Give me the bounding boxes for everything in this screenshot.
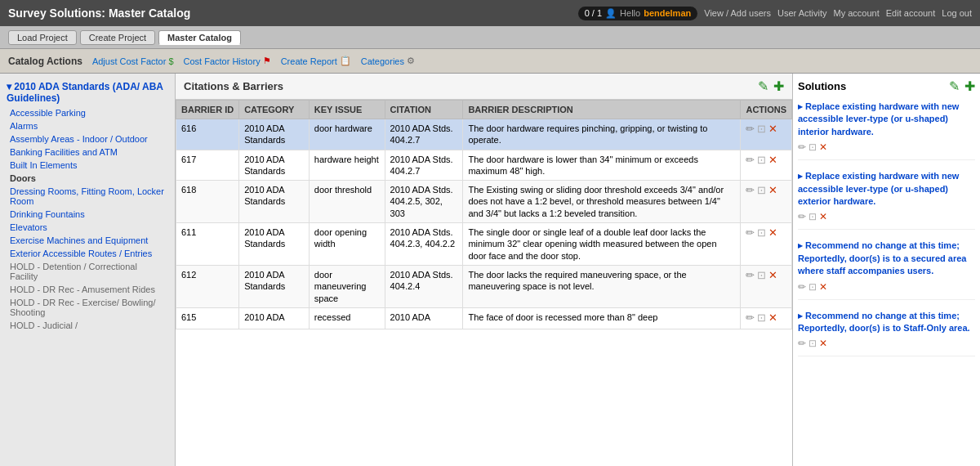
cell-category: 2010 ADA Standards	[239, 150, 310, 181]
sidebar-item-elevators[interactable]: Elevators	[0, 221, 175, 234]
create-report-action[interactable]: Create Report 📋	[281, 56, 351, 66]
sidebar-item-hold-bowling: HOLD - DR Rec - Exercise/ Bowling/ Shoot…	[0, 296, 175, 319]
content-area: Citations & Barriers ✎ ✚ BARRIER ID CATE…	[176, 74, 792, 466]
delete-icon[interactable]: ✕	[768, 154, 777, 168]
sidebar-item-assembly-areas[interactable]: Assembly Areas - Indoor / Outdoor	[0, 132, 175, 146]
solutions-header: Solutions ✎ ✚	[798, 78, 975, 94]
sidebar-item-drinking[interactable]: Drinking Fountains	[0, 208, 175, 221]
table-row: 617 2010 ADA Standards hardware height 2…	[176, 150, 792, 181]
copy-icon[interactable]: ⊡	[757, 184, 766, 198]
solution-text[interactable]: ▸ Recommend no change at this time; Repo…	[798, 310, 975, 335]
sidebar-item-banking[interactable]: Banking Facilities and ATM	[0, 146, 175, 159]
categories-action[interactable]: Categories ⚙	[361, 56, 415, 66]
cell-description: The door hardware is lower than 34" mini…	[463, 150, 741, 181]
solution-text[interactable]: ▸ Replace existing hardware with new acc…	[798, 170, 975, 208]
copy-icon[interactable]: ⊡	[757, 226, 766, 240]
username: bendelman	[644, 8, 691, 18]
copy-icon[interactable]: ⊡	[757, 311, 766, 325]
adjust-cost-factor-action[interactable]: Adjust Cost Factor $	[92, 56, 174, 66]
solution-delete-icon[interactable]: ✕	[819, 281, 827, 293]
solutions-panel: Solutions ✎ ✚ ▸ Replace existing hardwar…	[792, 74, 980, 466]
gear-icon: ⚙	[407, 56, 415, 66]
cell-description: The single door or single leaf of a doub…	[463, 223, 741, 266]
table-row: 615 2010 ADA recessed 2010 ADA The face …	[176, 307, 792, 329]
edit-icon[interactable]: ✏	[746, 311, 755, 325]
solution-copy-icon[interactable]: ⊡	[808, 141, 817, 153]
delete-icon[interactable]: ✕	[768, 184, 777, 198]
sidebar-item-accessible-parking[interactable]: Accessible Parking	[0, 106, 175, 119]
solution-actions: ✏ ⊡ ✕	[798, 211, 975, 222]
solution-edit-icon[interactable]: ✏	[798, 211, 806, 222]
edit-icon[interactable]: ✏	[746, 123, 755, 137]
add-green-icon[interactable]: ✎	[758, 78, 768, 94]
col-actions: ACTIONS	[741, 101, 792, 119]
cost-factor-history-action[interactable]: Cost Factor History ⚑	[184, 56, 271, 66]
cell-actions: ✏ ⊡ ✕	[741, 119, 792, 150]
col-barrier-id: BARRIER ID	[176, 101, 239, 119]
cell-barrier-id: 611	[176, 223, 239, 266]
my-account-link[interactable]: My account	[834, 8, 880, 18]
flag-icon: ⚑	[263, 56, 271, 66]
solution-text[interactable]: ▸ Recommend no change at this time; Repo…	[798, 240, 975, 277]
report-icon: 📋	[340, 56, 351, 66]
solution-edit-icon[interactable]: ✏	[798, 338, 806, 349]
main-layout: ▾ 2010 ADA Standards (ADA/ ABA Guideline…	[0, 74, 980, 466]
sidebar-item-hold-detention: HOLD - Detention / Correctional Facility	[0, 260, 175, 283]
sidebar-item-exercise[interactable]: Exercise Machines and Equipment	[0, 234, 175, 247]
solutions-edit-icon[interactable]: ✎	[949, 78, 960, 94]
master-catalog-button[interactable]: Master Catalog	[158, 30, 241, 45]
sidebar-item-doors[interactable]: Doors	[0, 172, 175, 185]
cell-actions: ✏ ⊡ ✕	[741, 181, 792, 223]
cell-key-issue: door threshold	[309, 181, 385, 223]
solution-text[interactable]: ▸ Replace existing hardware with new acc…	[798, 101, 975, 138]
edit-account-link[interactable]: Edit account	[886, 8, 936, 18]
sidebar-item-dressing-rooms[interactable]: Dressing Rooms, Fitting Room, Locker Roo…	[0, 185, 175, 208]
solution-item: ▸ Replace existing hardware with new acc…	[798, 101, 975, 160]
cell-category: 2010 ADA Standards	[239, 181, 310, 223]
edit-icon[interactable]: ✏	[746, 269, 755, 283]
edit-icon[interactable]: ✏	[746, 226, 755, 240]
delete-icon[interactable]: ✕	[768, 269, 777, 283]
delete-icon[interactable]: ✕	[768, 123, 777, 137]
top-bar-right: 0 / 1 👤 Hello bendelman View / Add users…	[578, 7, 972, 20]
user-activity-link[interactable]: User Activity	[777, 8, 827, 18]
solution-actions: ✏ ⊡ ✕	[798, 141, 975, 153]
copy-icon[interactable]: ⊡	[757, 123, 766, 137]
copy-icon[interactable]: ⊡	[757, 269, 766, 283]
solution-copy-icon[interactable]: ⊡	[808, 281, 817, 293]
cell-actions: ✏ ⊡ ✕	[741, 150, 792, 181]
delete-icon[interactable]: ✕	[768, 226, 777, 240]
sidebar-item-alarms[interactable]: Alarms	[0, 119, 175, 132]
cell-category: 2010 ADA Standards	[239, 119, 310, 150]
sidebar-item-exterior[interactable]: Exterior Accessible Routes / Entries	[0, 247, 175, 260]
cell-description: The Existing swing or sliding door thres…	[463, 181, 741, 223]
sidebar-item-built-in[interactable]: Built In Elements	[0, 159, 175, 172]
solution-item: ▸ Recommend no change at this time; Repo…	[798, 310, 975, 357]
sidebar-header[interactable]: ▾ 2010 ADA Standards (ADA/ ABA Guideline…	[0, 78, 175, 106]
cell-citation: 2010 ADA Stds. 404.2.7	[385, 119, 463, 150]
solutions-add-icon[interactable]: ✚	[964, 78, 975, 94]
solution-delete-icon[interactable]: ✕	[819, 211, 827, 222]
solution-copy-icon[interactable]: ⊡	[808, 211, 817, 222]
edit-icon[interactable]: ✏	[746, 154, 755, 168]
edit-icon[interactable]: ✏	[746, 184, 755, 198]
plus-green-icon[interactable]: ✚	[773, 78, 784, 94]
solution-item: ▸ Recommend no change at this time; Repo…	[798, 240, 975, 299]
delete-icon[interactable]: ✕	[768, 311, 777, 325]
table-row: 611 2010 ADA Standards door opening widt…	[176, 223, 792, 266]
view-add-users-link[interactable]: View / Add users	[704, 8, 771, 18]
load-project-button[interactable]: Load Project	[8, 30, 77, 45]
solution-copy-icon[interactable]: ⊡	[808, 338, 817, 349]
cell-category: 2010 ADA Standards	[239, 223, 310, 266]
solution-edit-icon[interactable]: ✏	[798, 141, 806, 153]
create-project-button[interactable]: Create Project	[80, 30, 155, 45]
log-out-link[interactable]: Log out	[942, 8, 972, 18]
cell-key-issue: door opening width	[309, 223, 385, 266]
copy-icon[interactable]: ⊡	[757, 154, 766, 168]
solution-delete-icon[interactable]: ✕	[819, 338, 827, 349]
table-container: BARRIER ID CATEGORY KEY ISSUE CITATION B…	[176, 100, 792, 466]
solution-delete-icon[interactable]: ✕	[819, 141, 827, 153]
solution-edit-icon[interactable]: ✏	[798, 281, 806, 293]
solution-item: ▸ Replace existing hardware with new acc…	[798, 170, 975, 230]
app-title: Survey Solutions: Master Catalog	[8, 7, 190, 20]
